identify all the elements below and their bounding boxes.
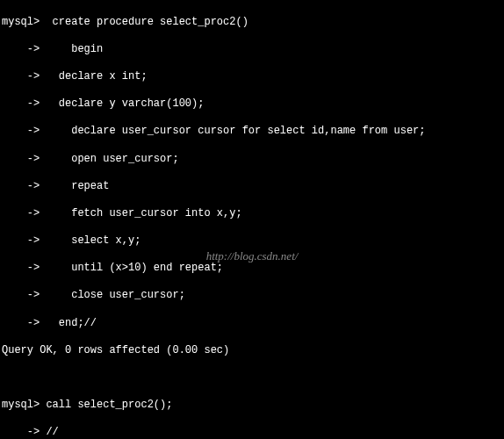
query-result: Query OK, 0 rows affected (0.00 sec) <box>2 344 229 356</box>
code-line: -> fetch user_cursor into x,y; <box>2 207 242 220</box>
code-line: -> repeat <box>2 180 109 192</box>
code-line: -> declare user_cursor cursor for select… <box>2 125 425 137</box>
code-line: -> select x,y; <box>2 234 140 247</box>
code-line: -> open user_cursor; <box>2 153 179 165</box>
mysql-prompt-line: mysql> call select_proc2(); <box>2 399 172 411</box>
terminal-output[interactable]: mysql> create procedure select_proc2() -… <box>0 0 504 439</box>
code-line: -> begin <box>2 43 103 55</box>
mysql-prompt-line: mysql> create procedure select_proc2() <box>2 16 248 28</box>
continuation-line: -> // <box>2 426 59 438</box>
code-line: -> until (x>10) end repeat; <box>2 262 223 274</box>
code-line: -> close user_cursor; <box>2 289 185 301</box>
code-line: -> declare x int; <box>2 70 148 83</box>
code-line: -> declare y varchar(100); <box>2 97 204 110</box>
code-line: -> end;// <box>2 317 97 329</box>
